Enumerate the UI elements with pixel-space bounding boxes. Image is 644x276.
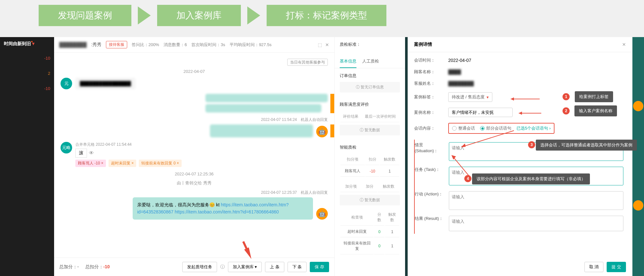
message-bubble (205, 94, 328, 102)
customer-name-value: ████ (448, 69, 461, 74)
wait-tag: 接待客服 (106, 41, 127, 48)
agent-name-value: ████████ (448, 81, 474, 86)
other-agent-tag: 当日有其他客服参与 (287, 59, 328, 66)
step-2: 加入案例库 (157, 5, 241, 26)
case-detail-panel: 案例详情 ✕ 会话时间：2022-04-07 顾客名称：████ 客服姓名：██… (405, 37, 632, 276)
session-time-value: 2022-04-07 (448, 58, 471, 63)
callout-number-2: 2 (563, 107, 570, 114)
sort-dropdown[interactable]: 时间由新到旧● ▾ (0, 37, 54, 51)
chat-footer: 总加分：- 总扣分：-10 发起质培任务 ⓘ 加入案例库 ▾ 上 条 下 条 保… (54, 258, 334, 276)
intel-qc-title: 智能质检 (340, 144, 400, 150)
satisfy-table: 评价结果最后一次评价时间 (340, 111, 400, 123)
message-bubble: ████████████████ (75, 78, 136, 89)
submit-button[interactable]: 提 交 (607, 262, 626, 272)
qc-tabs: 基本信息 人工质检 (335, 55, 405, 68)
callout-2: 输入客户案例名称 (574, 105, 617, 116)
callout-number-3: 3 (528, 141, 535, 148)
qc-panel: 质检标准： 基本信息 人工质检 订单信息 ⓘ 暂无订单信息 顾客满意度评价 评价… (334, 37, 405, 276)
close-icon[interactable]: ✕ (325, 42, 329, 47)
table-row: 超时未回复01 (340, 226, 399, 237)
welcome-bubble: 亲爱哒，欢迎光临，很高兴为您服务😊 kt https://item.taobao… (133, 197, 313, 220)
conversation-list-sidebar: 时间由新到旧● ▾ -10 2 -10 (0, 37, 54, 276)
chat-panel: ████████ :秀秀 接待客服 答问比：200% 消息数量：6 首次响应时间… (54, 37, 334, 276)
list-item[interactable]: -10 (0, 81, 54, 96)
list-item[interactable]: 2 (0, 66, 54, 81)
message-timestamp: 2022-04-07 11:54:24 机器人自动回复 (61, 117, 328, 123)
case-tag-dropdown[interactable]: 待改进 / 售后态度▾ (448, 92, 492, 102)
stat-msg-count: 消息数量：6 (164, 42, 187, 48)
no-order-info: ⓘ 暂无订单信息 (340, 82, 400, 93)
violation-tag[interactable]: 转接前未有效回复 0 × (139, 160, 181, 167)
svg-marker-3 (519, 112, 522, 115)
step-3: 打标：标记案例类型 (267, 5, 386, 26)
save-button[interactable]: 保 存 (310, 262, 329, 272)
message-bubble (205, 104, 321, 113)
chat-header: ████████ :秀秀 接待客服 答问比：200% 消息数量：6 首次响应时间… (54, 37, 334, 53)
message-timestamp: 2022-04-07 12:25:37 机器人自动回复 (61, 190, 328, 195)
chat-body: 当日有其他客服参与 2022-04-07 元 ████████████████ … (54, 53, 334, 258)
list-item[interactable]: -10 (0, 51, 54, 66)
add-to-case-button[interactable]: 加入案例库 ▾ (228, 262, 262, 272)
stat-resp-rate: 答问比：200% (132, 42, 159, 48)
eye-icon[interactable]: 👁 (89, 150, 94, 156)
action-textarea[interactable] (449, 191, 623, 210)
arrow-icon (138, 6, 151, 25)
violation-tag[interactable]: 超时未回复 × (109, 160, 136, 167)
callout-4: 该部分内容可根据企业及案例本身需要进行填写（非必填） (472, 173, 590, 184)
order-title: 订单信息 (340, 73, 400, 79)
workflow-steps: 发现问题案例 加入案例库 打标：标记案例类型 (39, 5, 386, 26)
expand-icon[interactable]: ⬚ (318, 42, 322, 47)
message-robot: 🤖 (61, 124, 328, 137)
check-table: 检查项分数触发数 超时未回复01 转接前未有效回复01 (340, 209, 400, 255)
robot-icon: 🤖 (316, 208, 328, 220)
timestamp: 2022-04-07 12:25:36 (61, 172, 328, 176)
date-divider: 2022-04-07 (61, 69, 328, 74)
total-sub: 总扣分：-10 (85, 264, 110, 270)
svg-marker-7 (451, 155, 456, 160)
case-name-input[interactable] (448, 108, 513, 117)
transfer-note: 由丨青韩交给 秀秀 (61, 180, 328, 186)
svg-marker-5 (461, 143, 466, 147)
tab-manual[interactable]: 人工质检 (362, 55, 379, 68)
message-robot: 亲爱哒，欢迎光临，很高兴为您服务😊 kt https://item.taobao… (61, 197, 328, 220)
total-add: 总加分：- (59, 264, 79, 270)
name-suffix: :秀秀 (91, 42, 101, 48)
add-table: 加分项加分触发数 (340, 181, 400, 193)
svg-line-6 (453, 156, 469, 176)
deduct-table: 扣分项扣分触发数 顾客骂人-101 (340, 153, 400, 177)
arrow-icon (247, 6, 260, 25)
callout-3: 选择会话，可选择整通或者选取其中部分作为案例 (536, 140, 637, 151)
table-row: 转接前未有效回复01 (340, 238, 399, 254)
tab-basic[interactable]: 基本信息 (340, 55, 356, 68)
action-icon[interactable] (633, 101, 643, 111)
satisfy-title: 顾客满意度评价 (340, 102, 400, 107)
detail-title: 案例详情 (414, 42, 432, 47)
product-link[interactable]: https://item.taobao.com/item.htm?id=6178… (175, 209, 279, 214)
qc-standard-label: 质检标准： (340, 42, 400, 47)
prev-button[interactable]: 上 条 (265, 262, 284, 272)
message-customer: 元 ████████████████ (61, 78, 328, 89)
next-button[interactable]: 下 条 (288, 262, 307, 272)
selected-count-link[interactable]: 已选5个会话语句 › (516, 125, 551, 131)
info-icon[interactable]: ⓘ (220, 264, 225, 270)
violation-tag[interactable]: 顾客骂人 -10 × (75, 160, 106, 167)
cancel-button[interactable]: 取 消 (584, 262, 604, 272)
customer-avatar-icon: 元 (61, 78, 72, 89)
message-agent (61, 94, 328, 113)
svg-line-4 (462, 131, 514, 147)
callout-number-4: 4 (464, 175, 471, 182)
create-task-button[interactable]: 发起质培任务 (182, 262, 217, 272)
robot-icon: 🤖 (316, 126, 328, 137)
close-icon[interactable]: ✕ (622, 42, 626, 47)
far-right-strip (632, 37, 644, 276)
stat-avg-resp: 平均响应时间：927.5s (230, 42, 271, 48)
callout-1: 给案例打上标签 (575, 91, 613, 102)
stat-first-resp: 首次响应时间：3s (191, 42, 225, 48)
message-text: 滚 (75, 149, 87, 158)
message-customer: 元略 合并单元格 2022-04-07 11:54:44 滚 👁 顾客骂人 -1… (61, 142, 328, 167)
action-icon[interactable] (633, 200, 643, 211)
customer-avatar-icon: 元略 (61, 142, 72, 153)
result-textarea[interactable] (449, 216, 623, 231)
customer-name: ████████ (59, 42, 87, 47)
step-1: 发现问题案例 (39, 5, 131, 26)
